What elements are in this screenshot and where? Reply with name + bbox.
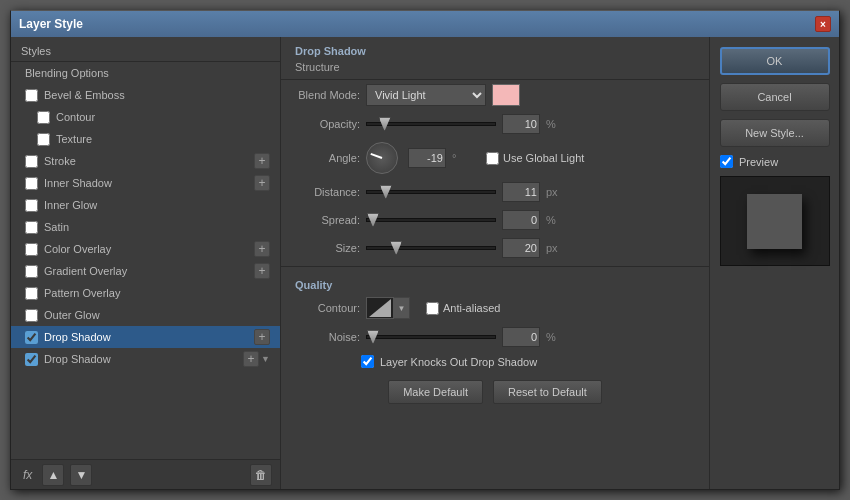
inner-glow-checkbox[interactable]	[25, 199, 38, 212]
drop-shadow-1-add-button[interactable]: +	[254, 329, 270, 345]
pattern-overlay-label: Pattern Overlay	[44, 287, 270, 299]
sidebar-item-satin[interactable]: Satin	[11, 216, 280, 238]
drop-shadow-1-label: Drop Shadow	[44, 331, 254, 343]
ok-button[interactable]: OK	[720, 47, 830, 75]
color-overlay-checkbox[interactable]	[25, 243, 38, 256]
sidebar-item-outer-glow[interactable]: Outer Glow	[11, 304, 280, 326]
anti-aliased-row: Anti-aliased	[426, 302, 500, 315]
drop-shadow-2-add-button[interactable]: +	[243, 351, 259, 367]
angle-label: Angle:	[295, 152, 360, 164]
size-slider[interactable]	[366, 246, 496, 250]
color-swatch[interactable]	[492, 84, 520, 106]
sidebar-item-drop-shadow-1[interactable]: Drop Shadow +	[11, 326, 280, 348]
contour-picker[interactable]: ▼	[366, 297, 410, 319]
left-panel: Styles Blending Options Bevel & Emboss	[11, 37, 281, 489]
gradient-overlay-checkbox[interactable]	[25, 265, 38, 278]
spread-input[interactable]	[502, 210, 540, 230]
inner-shadow-add-button[interactable]: +	[254, 175, 270, 191]
use-global-light-label: Use Global Light	[503, 152, 584, 164]
preview-box	[720, 176, 830, 266]
sidebar-item-pattern-overlay[interactable]: Pattern Overlay	[11, 282, 280, 304]
opacity-input[interactable]	[502, 114, 540, 134]
sidebar-item-bevel-emboss[interactable]: Bevel & Emboss	[11, 84, 280, 106]
move-down-button[interactable]: ▼	[70, 464, 92, 486]
sub-section-title: Structure	[281, 59, 709, 80]
sidebar-item-drop-shadow-2[interactable]: Drop Shadow + ▼	[11, 348, 280, 370]
svg-marker-0	[369, 299, 391, 317]
layer-knocks-row: Layer Knocks Out Drop Shadow	[281, 351, 709, 372]
sidebar-item-inner-glow[interactable]: Inner Glow	[11, 194, 280, 216]
satin-checkbox[interactable]	[25, 221, 38, 234]
cancel-button[interactable]: Cancel	[720, 83, 830, 111]
sidebar-item-contour[interactable]: Contour	[11, 106, 280, 128]
close-button[interactable]: ×	[815, 16, 831, 32]
anti-aliased-checkbox[interactable]	[426, 302, 439, 315]
drop-shadow-2-checkbox[interactable]	[25, 353, 38, 366]
noise-slider[interactable]	[366, 335, 496, 339]
middle-panel: Drop Shadow Structure Blend Mode: Normal…	[281, 37, 709, 489]
angle-input[interactable]	[408, 148, 446, 168]
noise-row: Noise: %	[281, 323, 709, 351]
size-input[interactable]	[502, 238, 540, 258]
preview-label-text: Preview	[739, 156, 778, 168]
color-overlay-add-button[interactable]: +	[254, 241, 270, 257]
size-slider-container: px	[366, 238, 695, 258]
layer-knocks-checkbox[interactable]	[361, 355, 374, 368]
sidebar-item-gradient-overlay[interactable]: Gradient Overlay +	[11, 260, 280, 282]
delete-button[interactable]: 🗑	[250, 464, 272, 486]
spread-slider[interactable]	[366, 218, 496, 222]
size-unit: px	[546, 242, 564, 254]
stroke-add-button[interactable]: +	[254, 153, 270, 169]
blend-mode-select[interactable]: Normal Multiply Screen Overlay Vivid Lig…	[366, 84, 486, 106]
blend-mode-label: Blend Mode:	[295, 89, 360, 101]
reset-default-button[interactable]: Reset to Default	[493, 380, 602, 404]
texture-checkbox[interactable]	[37, 133, 50, 146]
bevel-emboss-label: Bevel & Emboss	[44, 89, 270, 101]
contour-checkbox[interactable]	[37, 111, 50, 124]
gradient-overlay-add-button[interactable]: +	[254, 263, 270, 279]
size-row: Size: px	[281, 234, 709, 262]
drop-shadow-1-checkbox[interactable]	[25, 331, 38, 344]
contour-label: Contour:	[295, 302, 360, 314]
title-bar: Layer Style ×	[11, 11, 839, 37]
distance-label: Distance:	[295, 186, 360, 198]
opacity-slider[interactable]	[366, 122, 496, 126]
dialog-body: Styles Blending Options Bevel & Emboss	[11, 37, 839, 489]
noise-label: Noise:	[295, 331, 360, 343]
bevel-emboss-checkbox[interactable]	[25, 89, 38, 102]
noise-input[interactable]	[502, 327, 540, 347]
pattern-overlay-checkbox[interactable]	[25, 287, 38, 300]
move-up-button[interactable]: ▲	[42, 464, 64, 486]
distance-slider-container: px	[366, 182, 695, 202]
new-style-button[interactable]: New Style...	[720, 119, 830, 147]
sidebar-item-texture[interactable]: Texture	[11, 128, 280, 150]
sidebar-item-blending-options[interactable]: Blending Options	[11, 62, 280, 84]
preview-checkbox[interactable]	[720, 155, 733, 168]
sidebar-item-inner-shadow[interactable]: Inner Shadow +	[11, 172, 280, 194]
sidebar-item-color-overlay[interactable]: Color Overlay +	[11, 238, 280, 260]
make-default-button[interactable]: Make Default	[388, 380, 483, 404]
sidebar-item-stroke[interactable]: Stroke +	[11, 150, 280, 172]
opacity-unit: %	[546, 118, 564, 130]
inner-shadow-checkbox[interactable]	[25, 177, 38, 190]
blending-options-label: Blending Options	[25, 67, 270, 79]
noise-slider-container: %	[366, 327, 695, 347]
distance-slider[interactable]	[366, 190, 496, 194]
angle-needle	[370, 153, 382, 159]
spread-unit: %	[546, 214, 564, 226]
stroke-checkbox[interactable]	[25, 155, 38, 168]
inner-glow-label: Inner Glow	[44, 199, 270, 211]
use-global-light-checkbox[interactable]	[486, 152, 499, 165]
distance-unit: px	[546, 186, 564, 198]
distance-input[interactable]	[502, 182, 540, 202]
opacity-label: Opacity:	[295, 118, 360, 130]
styles-header: Styles	[11, 37, 280, 62]
outer-glow-checkbox[interactable]	[25, 309, 38, 322]
contour-row: Contour: ▼ Anti-aliased	[281, 293, 709, 323]
right-panel: OK Cancel New Style... Preview	[709, 37, 839, 489]
contour-dropdown-arrow[interactable]: ▼	[394, 297, 410, 319]
angle-dial[interactable]	[366, 142, 398, 174]
up-icon: ▲	[47, 468, 59, 482]
contour-thumbnail[interactable]	[366, 297, 394, 319]
trash-icon: 🗑	[255, 468, 267, 482]
